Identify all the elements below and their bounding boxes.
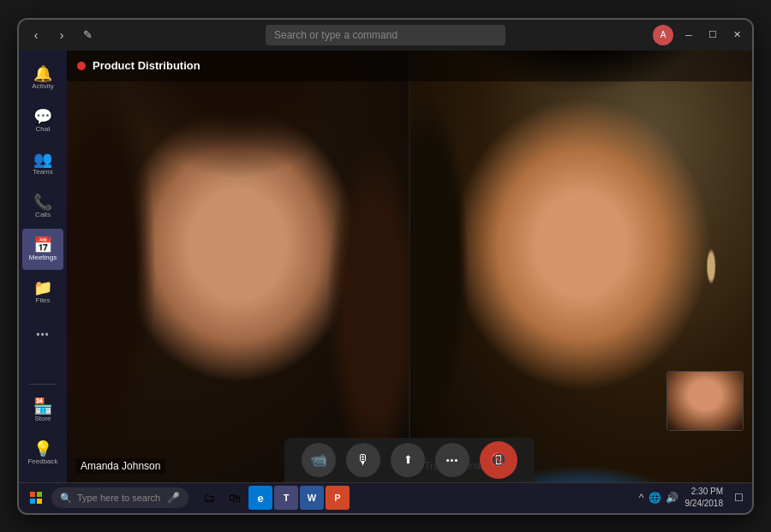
main-content: Product Distribution Amanda Johnson Trac… [67, 51, 752, 482]
taskbar-app-explorer[interactable]: 🗂 [197, 486, 221, 510]
share-screen-button[interactable]: ⬆ [391, 443, 425, 477]
action-center-button[interactable]: ☐ [730, 489, 747, 506]
sidebar-label-meetings: Meetings [29, 254, 57, 261]
sidebar-label-teams: Teams [33, 169, 53, 176]
app-window: ‹ › ✎ Search or type a command A ─ ☐ ✕ 🔔… [17, 18, 754, 515]
system-tray-icons: ^ 🌐 🔊 [639, 492, 678, 504]
more-icon: ••• [36, 330, 50, 340]
notification-icon: ☐ [734, 492, 744, 504]
edge-icon: e [257, 492, 263, 505]
store-icon: 🏪 [33, 398, 52, 414]
taskbar-search[interactable]: 🔍 Type here to search 🎤 [51, 487, 188, 508]
back-button[interactable]: ‹ [26, 25, 46, 45]
teams-taskbar-icon: T [284, 493, 290, 503]
camera-icon: 📹 [310, 451, 327, 468]
taskbar-time-display: 2:30 PM [685, 486, 724, 498]
camera-button[interactable]: 📹 [302, 443, 336, 477]
sidebar-item-feedback[interactable]: 💡 Feedback [22, 433, 63, 474]
store-taskbar-icon: 🛍 [229, 491, 241, 505]
forward-button[interactable]: › [51, 25, 72, 45]
sidebar-label-calls: Calls [35, 212, 51, 218]
sidebar-item-teams[interactable]: 👥 Teams [22, 143, 63, 184]
network-icon[interactable]: 🌐 [648, 492, 661, 504]
sidebar-label-files: Files [36, 297, 51, 304]
files-icon: 📁 [33, 280, 52, 296]
taskbar-app-word[interactable]: W [300, 486, 324, 510]
more-options-button[interactable]: ••• [435, 443, 469, 477]
participant-video-left [67, 51, 409, 482]
title-bar: ‹ › ✎ Search or type a command A ─ ☐ ✕ [19, 20, 752, 51]
maximize-button[interactable]: ☐ [704, 27, 721, 44]
sidebar-item-activity[interactable]: 🔔 Activity [22, 57, 63, 99]
taskbar-mic-icon[interactable]: 🎤 [167, 492, 180, 504]
taskbar-app-ppt[interactable]: P [326, 486, 350, 510]
taskbar-right: ^ 🌐 🔊 2:30 PM 9/24/2018 ☐ [639, 486, 747, 510]
share-icon: ⬆ [403, 453, 413, 466]
minimize-button[interactable]: ─ [680, 27, 697, 44]
participant-name-left: Amanda Johnson [75, 458, 165, 474]
start-button[interactable] [24, 486, 48, 510]
sidebar-item-store[interactable]: 🏪 Store [22, 390, 63, 431]
self-view-thumbnail [666, 371, 744, 431]
meetings-icon: 📅 [33, 237, 52, 253]
sidebar-bottom: 🏪 Store 💡 Feedback [22, 379, 63, 475]
sidebar-label-store: Store [34, 415, 51, 422]
taskbar: 🔍 Type here to search 🎤 🗂 🛍 e T W P [19, 482, 752, 513]
call-controls: 📹 🎙 ⬆ ••• 📵 [284, 438, 535, 482]
end-call-button[interactable]: 📵 [480, 441, 517, 479]
teams-icon: 👥 [33, 152, 52, 167]
user-avatar[interactable]: A [653, 25, 673, 45]
chevron-up-icon[interactable]: ^ [639, 492, 644, 504]
activity-icon: 🔔 [33, 66, 52, 81]
sidebar-item-files[interactable]: 📁 Files [22, 272, 63, 313]
end-call-icon: 📵 [490, 451, 507, 468]
ppt-icon: P [334, 493, 340, 503]
recording-indicator [77, 62, 86, 70]
taskbar-apps: 🗂 🛍 e T W P [197, 486, 350, 510]
calls-icon: 📞 [33, 194, 52, 210]
mute-button[interactable]: 🎙 [346, 443, 380, 477]
taskbar-clock[interactable]: 2:30 PM 9/24/2018 [685, 486, 724, 510]
sidebar-label-activity: Activity [32, 83, 53, 90]
word-icon: W [308, 493, 316, 503]
feedback-icon: 💡 [33, 441, 52, 457]
taskbar-date-display: 9/24/2018 [685, 498, 724, 510]
search-bar[interactable]: Search or type a command [266, 25, 505, 45]
face-sim-left [67, 51, 409, 482]
taskbar-search-placeholder: Type here to search [77, 493, 160, 503]
sidebar-item-calls[interactable]: 📞 Calls [22, 186, 63, 227]
microphone-icon: 🎙 [356, 452, 370, 468]
close-button[interactable]: ✕ [728, 27, 745, 44]
sidebar-label-feedback: Feedback [27, 458, 57, 465]
app-body: 🔔 Activity 💬 Chat 👥 Teams 📞 Calls 📅 Meet… [19, 51, 752, 482]
more-options-icon: ••• [446, 455, 459, 465]
search-placeholder: Search or type a command [274, 29, 397, 41]
compose-button[interactable]: ✎ [77, 25, 98, 45]
title-bar-left: ‹ › ✎ [26, 25, 98, 45]
sidebar-divider [29, 384, 57, 385]
video-panel-left: Amanda Johnson [67, 51, 410, 482]
sidebar-item-more[interactable]: ••• [22, 314, 63, 356]
taskbar-app-edge[interactable]: e [248, 486, 272, 510]
meeting-header: Product Distribution [67, 51, 752, 81]
chat-icon: 💬 [33, 109, 52, 124]
taskbar-app-teams[interactable]: T [274, 486, 298, 510]
volume-icon[interactable]: 🔊 [666, 492, 678, 504]
search-icon: 🔍 [60, 493, 72, 504]
sidebar: 🔔 Activity 💬 Chat 👥 Teams 📞 Calls 📅 Meet… [19, 51, 67, 482]
video-grid: Amanda Johnson Tracy Salinas [67, 51, 752, 482]
title-bar-right: A ─ ☐ ✕ [653, 25, 745, 45]
windows-logo [30, 492, 42, 504]
explorer-icon: 🗂 [203, 491, 215, 505]
meeting-title: Product Distribution [93, 59, 200, 72]
sidebar-item-chat[interactable]: 💬 Chat [22, 100, 63, 141]
sidebar-item-meetings[interactable]: 📅 Meetings [22, 229, 63, 270]
taskbar-app-store[interactable]: 🛍 [223, 486, 247, 510]
sidebar-label-chat: Chat [36, 126, 51, 133]
